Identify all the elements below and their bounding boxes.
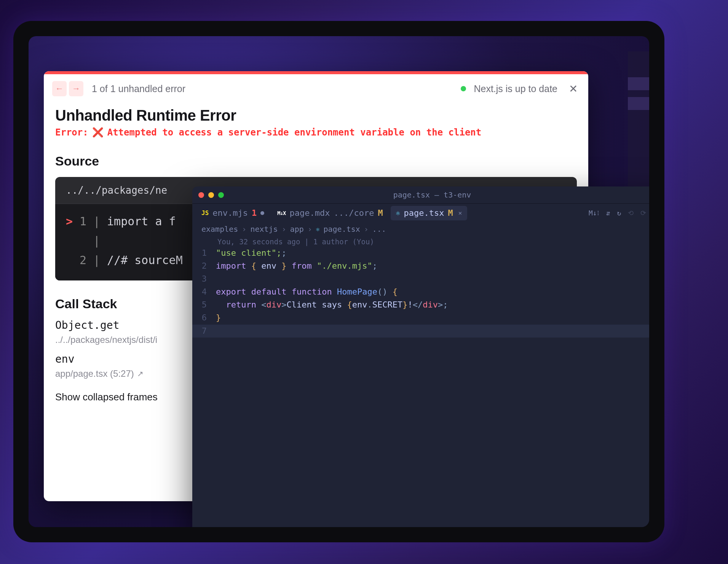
tab-label: env.mjs (212, 208, 248, 218)
tab-page-mdx[interactable]: M↓X page.mdx .../core M (272, 206, 388, 220)
tab-label: page.tsx (404, 208, 444, 218)
error-prefix: Error: (55, 127, 88, 138)
line-number: 7 (192, 325, 216, 338)
toolbar-git-compare-icon[interactable]: ⇵ (606, 209, 610, 217)
breadcrumb-item[interactable]: app (290, 225, 304, 234)
line-number: 4 (192, 285, 216, 298)
window-close-icon[interactable] (198, 192, 204, 198)
chevron-right-icon: › (282, 225, 286, 234)
device-frame: ← → 1 of 1 unhandled error Next.js is up… (13, 21, 664, 542)
gutter-pipe: | (93, 231, 100, 250)
prev-error-button[interactable]: ← (52, 81, 67, 96)
close-button[interactable]: ✕ (569, 83, 578, 95)
js-icon: JS (201, 209, 209, 217)
tab-bar: JS env.mjs 1 M↓X page.mdx .../core M ⚛ p… (192, 203, 649, 222)
close-tab-icon[interactable]: ✕ (458, 209, 462, 217)
window-zoom-icon[interactable] (218, 192, 224, 198)
error-header: ← → 1 of 1 unhandled error Next.js is up… (44, 74, 588, 103)
error-accent-bar (44, 71, 588, 74)
react-icon: ⚛ (316, 226, 320, 233)
window-title: page.tsx — t3-env (393, 190, 471, 199)
gutter-pipe: | (93, 212, 100, 231)
tab-label: page.mdx (290, 208, 330, 218)
window-minimize-icon[interactable] (208, 192, 214, 198)
error-message: Error: ❌ Attempted to access a server-si… (55, 127, 577, 138)
cross-icon: ❌ (92, 127, 104, 138)
breadcrumbs[interactable]: examples › nextjs › app › ⚛ page.tsx › .… (192, 222, 649, 236)
chevron-right-icon: › (308, 225, 312, 234)
editor-window: page.tsx — t3-env JS env.mjs 1 M↓X page.… (192, 186, 649, 527)
breadcrumb-item[interactable]: ... (372, 225, 386, 234)
react-icon: ⚛ (396, 209, 400, 217)
code-editor[interactable]: You, 32 seconds ago | 1 author (You) 1"u… (192, 236, 649, 339)
tab-badge: 1 (252, 208, 257, 218)
code-text: //# sourceM (107, 250, 183, 270)
git-blame-info: You, 32 seconds ago | 1 author (You) (192, 237, 649, 246)
stack-path-text: app/page.tsx (5:27) (55, 368, 134, 379)
code-text: import a f (107, 212, 176, 231)
tab-page-tsx[interactable]: ⚛ page.tsx M ✕ (391, 206, 468, 220)
titlebar: page.tsx — t3-env (192, 186, 649, 203)
line-number: 1 (80, 212, 86, 231)
status-dot-icon (461, 86, 466, 91)
error-caret-icon: > (66, 212, 73, 231)
toolbar-back-icon[interactable]: ⟲ (628, 209, 634, 217)
chevron-right-icon: › (242, 225, 246, 234)
breadcrumb-item[interactable]: examples (201, 225, 238, 234)
error-message-text: Attempted to access a server-side enviro… (107, 127, 482, 138)
modified-badge: M (448, 208, 453, 218)
screen: ← → 1 of 1 unhandled error Next.js is up… (29, 36, 649, 527)
gutter-pipe: | (93, 250, 100, 270)
status-text: Next.js is up to date (474, 83, 557, 94)
toolbar-markdown-icon[interactable]: M↓⁝ (589, 209, 599, 217)
tab-env-mjs[interactable]: JS env.mjs 1 (196, 206, 270, 220)
line-number: 6 (192, 311, 216, 324)
breadcrumb-item[interactable]: nextjs (250, 225, 278, 234)
line-number: 3 (192, 272, 216, 285)
line-number: 1 (192, 247, 216, 260)
modified-badge: M (378, 208, 383, 218)
error-title: Unhandled Runtime Error (55, 107, 577, 124)
toolbar-forward-icon[interactable]: ⟳ (640, 209, 646, 217)
line-number: 2 (192, 260, 216, 272)
code-token: "use client"; (216, 247, 281, 260)
mdx-icon: M↓X (277, 210, 286, 216)
next-error-button[interactable]: → (69, 81, 83, 96)
unsaved-dot-icon (260, 211, 264, 215)
toolbar-refresh-icon[interactable]: ↻ (617, 209, 621, 217)
chevron-right-icon: › (364, 225, 369, 234)
line-number: 2 (80, 250, 86, 270)
external-link-icon[interactable]: ↗ (137, 369, 144, 378)
breadcrumb-item[interactable]: page.tsx (323, 225, 360, 234)
error-count: 1 of 1 unhandled error (92, 83, 185, 94)
tab-tail: .../core (334, 208, 374, 218)
source-heading: Source (55, 154, 577, 169)
line-number: 5 (192, 298, 216, 311)
